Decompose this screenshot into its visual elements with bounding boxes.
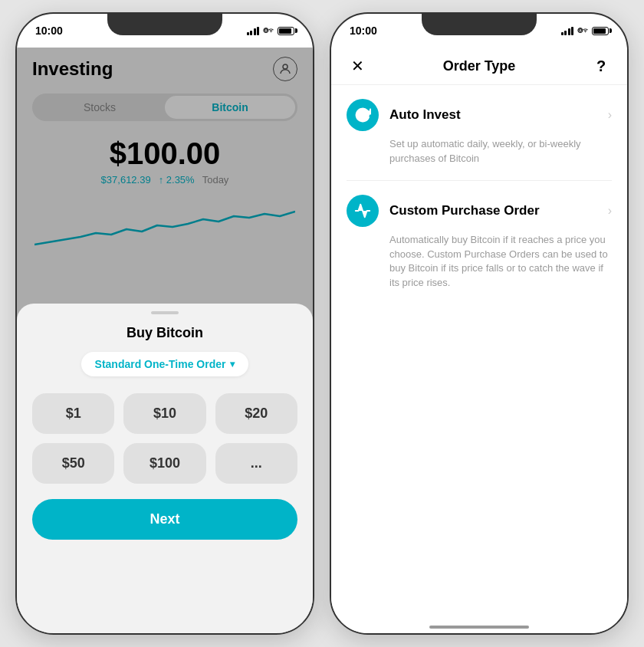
- home-indicator-right: [429, 626, 529, 629]
- nav-header: ✕ Order Type ?: [331, 48, 627, 85]
- time-right: 10:00: [350, 25, 377, 37]
- sheet-handle: [151, 311, 179, 314]
- auto-invest-header: Auto Invest ›: [347, 99, 612, 131]
- amount-btn-50[interactable]: $50: [32, 443, 114, 484]
- custom-order-chevron: ›: [608, 204, 612, 218]
- nav-title: Order Type: [443, 58, 516, 74]
- auto-invest-chevron: ›: [608, 108, 612, 122]
- custom-order-title: Custom Purchase Order: [389, 203, 597, 218]
- custom-order-icon: [347, 195, 379, 227]
- notch: [107, 14, 222, 35]
- auto-invest-option[interactable]: Auto Invest › Set up automatic daily, we…: [331, 85, 627, 166]
- custom-order-desc: Automatically buy Bitcoin if it reaches …: [389, 233, 612, 291]
- time-left: 10:00: [35, 25, 63, 37]
- left-phone: 10:00 Investing S: [15, 12, 314, 635]
- auto-invest-desc: Set up automatic daily, weekly, or bi-we…: [389, 137, 612, 166]
- bottom-sheet: Buy Bitcoin Standard One-Time Order ▾ $1…: [17, 304, 313, 633]
- custom-order-option[interactable]: Custom Purchase Order › Automatically bu…: [331, 181, 627, 291]
- right-phone: 10:00 ✕ Order Type ?: [330, 12, 629, 635]
- amount-btn-1[interactable]: $1: [32, 393, 114, 434]
- wifi-icon-right: [577, 27, 588, 34]
- notch-right: [422, 14, 537, 35]
- battery-icon: [278, 27, 294, 35]
- order-type-bg: ✕ Order Type ? Auto Invest ›: [331, 48, 627, 633]
- amount-btn-more[interactable]: ...: [215, 443, 297, 484]
- amount-btn-100[interactable]: $100: [123, 443, 205, 484]
- sheet-title: Buy Bitcoin: [32, 325, 297, 341]
- right-phone-content: ✕ Order Type ? Auto Invest ›: [331, 48, 627, 633]
- auto-invest-icon: [347, 99, 379, 131]
- amount-grid: $1 $10 $20 $50 $100 ...: [32, 393, 297, 484]
- signal-icon-right: [561, 27, 574, 35]
- amount-btn-10[interactable]: $10: [123, 393, 205, 434]
- wifi-icon: [263, 27, 274, 34]
- order-type-label: Standard One-Time Order: [95, 358, 226, 370]
- left-phone-content: Investing Stocks Bitcoin $100.00 $37,612…: [17, 48, 313, 633]
- help-button[interactable]: ?: [590, 57, 612, 75]
- next-button[interactable]: Next: [32, 499, 297, 540]
- amount-btn-20[interactable]: $20: [215, 393, 297, 434]
- battery-icon-right: [592, 27, 609, 35]
- status-icons-left: [247, 27, 295, 35]
- auto-invest-title: Auto Invest: [389, 107, 597, 123]
- status-icons-right: [561, 27, 610, 35]
- order-type-selector[interactable]: Standard One-Time Order ▾: [81, 352, 249, 376]
- chevron-down-icon: ▾: [230, 359, 235, 369]
- signal-icon: [247, 27, 260, 35]
- close-button[interactable]: ✕: [347, 57, 368, 75]
- custom-order-header: Custom Purchase Order ›: [347, 195, 612, 227]
